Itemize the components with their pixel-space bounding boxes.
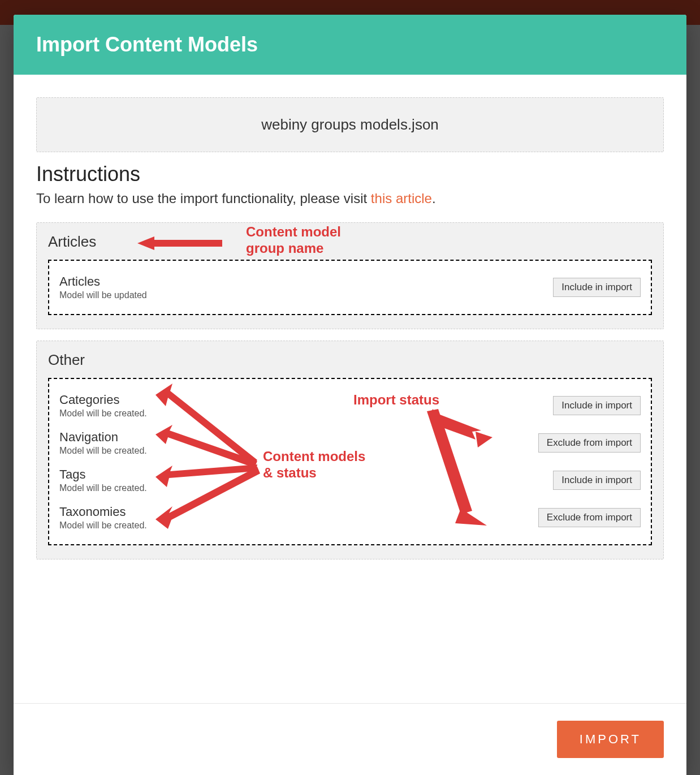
import-models-modal: Import Content Models webiny groups mode…	[14, 15, 686, 775]
model-row: Navigation Model will be created. Exclud…	[59, 424, 641, 462]
instructions-link[interactable]: this article	[371, 191, 432, 206]
model-row: Categories Model will be created. Includ…	[59, 387, 641, 424]
group-title: Articles	[48, 233, 652, 251]
model-row: Taxonomies Model will be created. Exclud…	[59, 499, 641, 536]
model-name: Tags	[59, 467, 147, 482]
import-button[interactable]: IMPORT	[557, 721, 664, 758]
group-other: Other Categories Model will be created. …	[36, 341, 664, 559]
model-status: Model will be created.	[59, 520, 147, 531]
model-row: Articles Model will be updated Include i…	[59, 269, 641, 306]
models-container: Articles Model will be updated Include i…	[48, 260, 652, 315]
model-info: Taxonomies Model will be created.	[59, 505, 147, 531]
model-info: Tags Model will be created.	[59, 467, 147, 493]
model-status: Model will be created.	[59, 408, 147, 419]
include-button[interactable]: Include in import	[553, 471, 641, 490]
include-button[interactable]: Include in import	[553, 278, 641, 297]
model-info: Categories Model will be created.	[59, 393, 147, 419]
exclude-button[interactable]: Exclude from import	[538, 433, 641, 453]
include-button[interactable]: Include in import	[553, 396, 641, 415]
instructions-text: To learn how to use the import functiona…	[36, 191, 664, 206]
instructions-heading: Instructions	[36, 162, 664, 186]
model-name: Articles	[59, 274, 147, 289]
modal-title: Import Content Models	[14, 15, 686, 75]
model-row: Tags Model will be created. Include in i…	[59, 462, 641, 499]
model-status: Model will be created.	[59, 446, 147, 456]
group-title: Other	[48, 351, 652, 369]
instructions-prefix: To learn how to use the import functiona…	[36, 191, 371, 206]
modal-body: webiny groups models.json Instructions T…	[14, 75, 686, 703]
model-info: Articles Model will be updated	[59, 274, 147, 300]
instructions-suffix: .	[432, 191, 436, 206]
model-status: Model will be updated	[59, 290, 147, 300]
model-info: Navigation Model will be created.	[59, 430, 147, 456]
file-name-box: webiny groups models.json	[36, 97, 664, 152]
group-articles: Articles Content model group name Articl…	[36, 222, 664, 329]
model-status: Model will be created.	[59, 483, 147, 493]
model-name: Categories	[59, 393, 147, 407]
exclude-button[interactable]: Exclude from import	[538, 508, 641, 527]
models-container: Categories Model will be created. Includ…	[48, 378, 652, 545]
model-name: Navigation	[59, 430, 147, 445]
modal-footer: IMPORT	[14, 703, 686, 775]
model-name: Taxonomies	[59, 505, 147, 519]
